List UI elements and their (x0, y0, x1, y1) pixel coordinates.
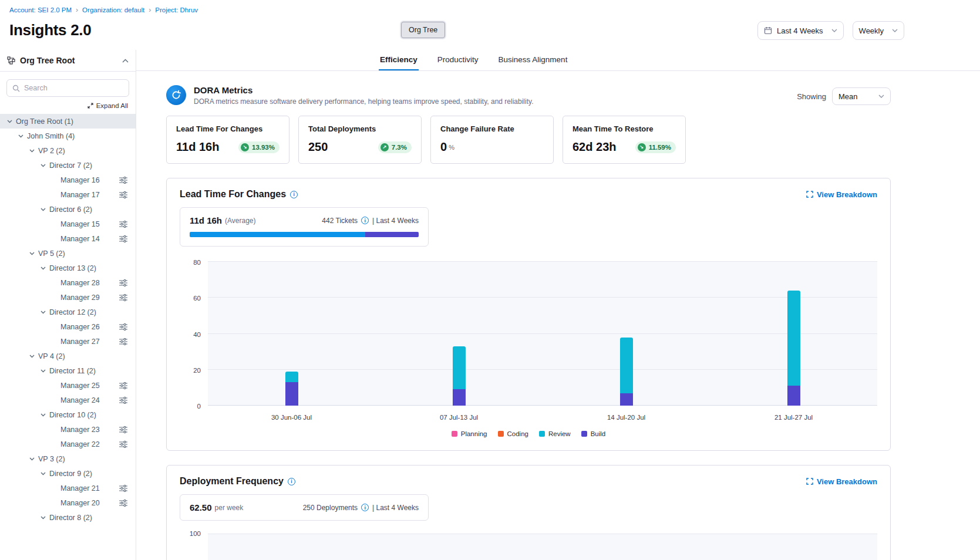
breadcrumb-organization-link[interactable]: Organization: default (82, 6, 144, 14)
filter-icon[interactable] (119, 279, 127, 286)
filter-icon[interactable] (119, 426, 127, 433)
tree-item[interactable]: Manager 14 (0, 231, 136, 246)
tree-item[interactable]: Director 6 (2) (0, 202, 136, 217)
showing-select[interactable]: Mean (832, 87, 891, 105)
stacked-bar[interactable] (620, 338, 633, 406)
chevron-down-icon[interactable] (28, 355, 36, 358)
filter-icon[interactable] (119, 191, 127, 198)
trend-down-icon: ↘ (638, 143, 646, 151)
filter-icon[interactable] (119, 323, 127, 330)
tree-item[interactable]: VP 3 (2) (0, 451, 136, 466)
stacked-bar[interactable] (453, 346, 466, 406)
filter-icon[interactable] (119, 485, 127, 492)
tree-item[interactable]: Manager 28 (0, 275, 136, 290)
tab-efficiency[interactable]: Efficiency (379, 50, 419, 70)
stacked-bar[interactable] (285, 372, 298, 406)
tree-item[interactable]: VP 5 (2) (0, 246, 136, 261)
info-icon[interactable]: i (288, 478, 295, 485)
chevron-down-icon[interactable] (6, 120, 14, 123)
tree-item[interactable]: Manager 24 (0, 393, 136, 407)
metric-card-lead-time[interactable]: Lead Time For Changes 11d 16h ↘ 13.93% (166, 116, 289, 164)
tree-item[interactable]: Manager 22 (0, 437, 136, 451)
metric-card-total-deployments[interactable]: Total Deployments 250 ↗ 7.3% (298, 116, 422, 164)
tree-item[interactable]: Director 11 (2) (0, 363, 136, 378)
filter-icon[interactable] (119, 397, 127, 404)
tab-business-alignment[interactable]: Business Alignment (497, 50, 569, 70)
tree-item[interactable]: Manager 20 (0, 495, 136, 510)
chevron-down-icon[interactable] (39, 472, 47, 475)
metric-card-mean-time-to-restore[interactable]: Mean Time To Restore 62d 23h ↘ 11.59% (563, 116, 686, 164)
deployment-plot[interactable] (208, 534, 877, 560)
info-icon[interactable]: i (361, 217, 369, 224)
metric-card-change-failure-rate[interactable]: Change Failure Rate 0 % (430, 116, 554, 164)
tree-item[interactable]: VP 4 (2) (0, 349, 136, 363)
tree-item[interactable]: Manager 25 (0, 378, 136, 393)
legend-item-planning[interactable]: Planning (452, 430, 487, 437)
tab-productivity[interactable]: Productivity (436, 50, 480, 70)
tree-item[interactable]: Manager 17 (0, 187, 136, 202)
filter-icon[interactable] (119, 382, 127, 389)
tree-item[interactable]: Manager 26 (0, 319, 136, 334)
chevron-down-icon[interactable] (28, 457, 36, 461)
chevron-down-icon[interactable] (39, 311, 47, 314)
chevron-down-icon[interactable] (39, 516, 47, 519)
chevron-down-icon[interactable] (39, 369, 47, 373)
info-icon[interactable]: i (361, 504, 369, 511)
trend-badge: ↘ 13.93% (238, 141, 279, 153)
chevron-up-icon[interactable] (122, 59, 129, 63)
metric-value: 11d 16h (176, 140, 219, 154)
tree-item[interactable]: Director 10 (2) (0, 407, 136, 422)
tree-search[interactable] (6, 79, 129, 97)
tree-item[interactable]: Manager 21 (0, 481, 136, 495)
legend-item-review[interactable]: Review (539, 430, 571, 437)
date-range-select[interactable]: Last 4 Weeks (757, 21, 844, 40)
tree-item[interactable]: Director 7 (2) (0, 158, 136, 173)
showing-value: Mean (838, 92, 858, 101)
chevron-down-icon[interactable] (39, 208, 47, 211)
tree-item[interactable]: John Smith (4) (0, 129, 136, 143)
legend-swatch (452, 431, 457, 437)
chevron-down-icon[interactable] (17, 134, 25, 138)
filter-icon[interactable] (119, 500, 127, 507)
filter-icon[interactable] (119, 235, 127, 242)
tree-item[interactable]: Director 12 (2) (0, 305, 136, 319)
granularity-value: Weekly (859, 26, 884, 35)
chevron-down-icon[interactable] (39, 266, 47, 270)
chevron-down-icon[interactable] (39, 413, 47, 417)
org-tree-button[interactable]: Org Tree (401, 22, 445, 38)
tree-item[interactable]: Director 13 (2) (0, 261, 136, 275)
deployment-chart: 100 (180, 534, 877, 560)
tree-item[interactable]: Org Tree Root (1) (0, 114, 136, 129)
expand-all-button[interactable]: Expand All (8, 102, 128, 109)
filter-icon[interactable] (119, 294, 127, 301)
granularity-select[interactable]: Weekly (853, 21, 904, 40)
legend-item-coding[interactable]: Coding (498, 430, 528, 437)
filter-icon[interactable] (119, 338, 127, 345)
filter-icon[interactable] (119, 221, 127, 228)
deployment-view-breakdown-button[interactable]: View Breakdown (806, 477, 877, 486)
tree-item[interactable]: Manager 27 (0, 334, 136, 349)
chevron-down-icon[interactable] (39, 164, 47, 167)
y-tick-label: 60 (193, 295, 201, 302)
legend-item-build[interactable]: Build (581, 430, 606, 437)
info-icon[interactable]: i (290, 191, 298, 198)
breadcrumb-project-link[interactable]: Project: Dhruv (155, 6, 198, 14)
filter-icon[interactable] (119, 441, 127, 448)
tree-item[interactable]: Manager 16 (0, 173, 136, 187)
tree-item[interactable]: Director 8 (2) (0, 510, 136, 525)
tree-item[interactable]: Manager 15 (0, 217, 136, 231)
lead-time-plot[interactable] (208, 262, 877, 406)
tree-item[interactable]: VP 2 (2) (0, 143, 136, 158)
chevron-down-icon[interactable] (28, 149, 36, 153)
tree-item[interactable]: Manager 29 (0, 290, 136, 305)
breadcrumb-separator-icon: › (76, 6, 78, 14)
tree-item[interactable]: Manager 23 (0, 422, 136, 437)
stacked-bar[interactable] (787, 291, 800, 406)
y-tick-label: 40 (193, 331, 201, 338)
chevron-down-icon[interactable] (28, 252, 36, 255)
lead-time-view-breakdown-button[interactable]: View Breakdown (806, 190, 877, 199)
tree-item[interactable]: Director 9 (2) (0, 466, 136, 481)
breadcrumb-account-link[interactable]: Account: SEI 2.0 PM (9, 6, 72, 14)
filter-icon[interactable] (119, 177, 127, 184)
search-input[interactable] (24, 84, 123, 92)
